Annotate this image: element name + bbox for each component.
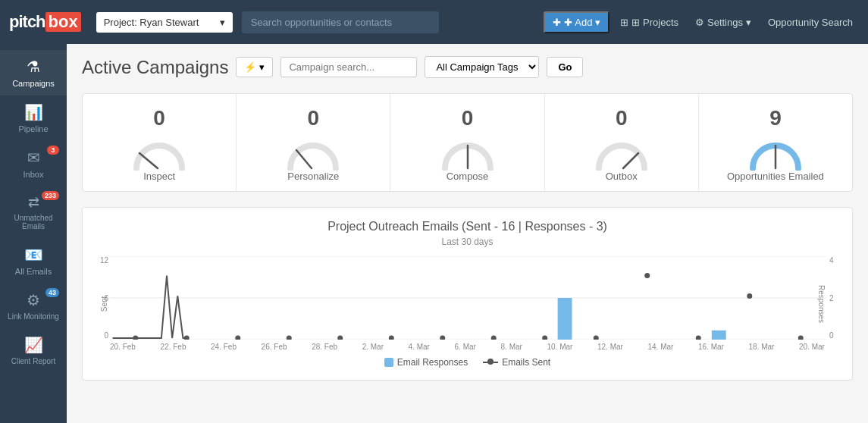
y-left-mid: 6 xyxy=(96,294,108,302)
dot-9 xyxy=(594,336,599,340)
stat-compose-label: Compose xyxy=(447,171,489,182)
chart-svg xyxy=(110,256,826,340)
settings-caret-icon: ▾ xyxy=(746,17,751,28)
sidebar-item-all-emails[interactable]: 📧 All Emails xyxy=(0,238,67,284)
sidebar: ⚗ Campaigns 📊 Pipeline 3 ✉ Inbox 233 ⇄ U… xyxy=(0,44,67,423)
outbox-gauge xyxy=(591,136,652,171)
dot-3 xyxy=(287,336,292,340)
bar-10mar xyxy=(558,298,572,340)
legend-email-responses: Email Responses xyxy=(384,357,468,368)
chart-title: Project Outreach Emails (Sent - 16 | Res… xyxy=(95,220,840,233)
stat-compose-number: 0 xyxy=(462,106,474,130)
dot-4 xyxy=(337,336,343,340)
sidebar-item-client-report[interactable]: 📈 Client Report xyxy=(0,328,67,373)
add-label: ✚ Add xyxy=(564,17,592,28)
dot-13 xyxy=(798,336,804,340)
campaigns-icon: ⚗ xyxy=(27,58,40,76)
dot-10 xyxy=(644,273,650,278)
projects-button[interactable]: ⊞ ⊞ Projects xyxy=(614,13,685,32)
x-label-2: 24. Feb xyxy=(211,343,237,351)
stat-opps-label: Opportunities Emailed xyxy=(727,171,824,182)
unmatched-icon: ⇄ xyxy=(28,194,39,211)
dot-0 xyxy=(133,336,138,340)
campaign-search-input[interactable] xyxy=(280,57,417,77)
emails-sent-line xyxy=(113,276,185,339)
dot-5 xyxy=(389,336,394,340)
dot-7 xyxy=(491,336,497,340)
stat-outbox-number: 0 xyxy=(616,106,628,130)
logo: pitch box xyxy=(9,12,81,32)
x-label-12: 16. Mar xyxy=(698,343,724,351)
project-label: Project: Ryan Stewart xyxy=(104,17,199,28)
x-label-11: 14. Mar xyxy=(648,343,674,351)
sidebar-item-link-monitoring[interactable]: 43 ⚙ Link Monitoring xyxy=(0,284,67,328)
sidebar-label-all-emails: All Emails xyxy=(15,267,52,276)
all-emails-icon: 📧 xyxy=(24,246,43,264)
x-label-5: 2. Mar xyxy=(362,343,384,351)
legend-emails-sent-label: Emails Sent xyxy=(502,357,550,368)
x-label-14: 20. Mar xyxy=(799,343,825,351)
settings-button[interactable]: ⚙ Settings ▾ xyxy=(689,13,757,32)
opportunity-search-button[interactable]: Opportunity Search xyxy=(762,13,859,32)
opportunity-search-label: Opportunity Search xyxy=(768,17,853,28)
x-label-0: 20. Feb xyxy=(110,343,136,351)
inspect-gauge xyxy=(129,136,190,171)
sidebar-label-pipeline: Pipeline xyxy=(18,124,48,133)
add-caret-icon: ▾ xyxy=(595,17,600,28)
legend-bar-icon xyxy=(384,358,393,367)
y-left-bot: 0 xyxy=(96,331,108,340)
stat-inspect-label: Inspect xyxy=(143,171,175,182)
gear-icon: ⚙ xyxy=(695,17,704,28)
personalize-gauge xyxy=(283,136,343,171)
x-label-9: 10. Mar xyxy=(547,343,572,351)
sidebar-item-inbox[interactable]: 3 ✉ Inbox xyxy=(0,141,67,186)
main-content: Active Campaigns ⚡ ▾ All Campaign Tags G… xyxy=(67,44,868,423)
filter-button[interactable]: ⚡ ▾ xyxy=(236,57,273,77)
svg-line-1 xyxy=(296,150,312,168)
sidebar-item-pipeline[interactable]: 📊 Pipeline xyxy=(0,96,67,141)
dot-12 xyxy=(747,293,752,299)
add-button[interactable]: ✚ ✚ Add ▾ xyxy=(544,11,609,33)
stats-row: 0 Inspect 0 Personalize 0 Compose xyxy=(82,93,853,192)
compose-gauge xyxy=(437,136,498,171)
opps-gauge xyxy=(745,136,806,171)
topnav: pitch box Project: Ryan Stewart ▾ ✚ ✚ Ad… xyxy=(0,0,868,44)
sidebar-item-unmatched[interactable]: 233 ⇄ Unmatched Emails xyxy=(0,186,67,238)
sidebar-label-campaigns: Campaigns xyxy=(12,79,55,88)
sidebar-label-link-monitoring: Link Monitoring xyxy=(8,312,59,321)
project-select[interactable]: Project: Ryan Stewart ▾ xyxy=(96,12,233,33)
sidebar-item-campaigns[interactable]: ⚗ Campaigns xyxy=(0,50,67,96)
dot-2 xyxy=(235,336,240,340)
campaign-tag-select[interactable]: All Campaign Tags xyxy=(425,56,539,78)
logo-box: box xyxy=(45,12,81,32)
dot-11 xyxy=(696,336,701,340)
x-label-6: 4. Mar xyxy=(409,343,430,351)
stat-compose: 0 Compose xyxy=(390,94,544,191)
link-monitoring-icon: ⚙ xyxy=(27,291,40,309)
go-button[interactable]: Go xyxy=(547,57,583,77)
chart-subtitle: Last 30 days xyxy=(95,237,840,247)
svg-line-0 xyxy=(139,153,158,168)
stat-outbox: 0 Outbox xyxy=(545,94,699,191)
chevron-down-icon: ▾ xyxy=(220,17,225,28)
x-label-10: 12. Mar xyxy=(597,343,623,351)
inbox-icon: ✉ xyxy=(27,149,40,167)
settings-label: Settings xyxy=(707,17,743,28)
link-monitoring-badge: 43 xyxy=(45,288,59,297)
stat-opps-number: 9 xyxy=(769,106,782,130)
x-label-13: 18. Mar xyxy=(749,343,775,351)
stat-opportunities-emailed: 9 Opportunities Emailed xyxy=(699,94,852,191)
grid-icon: ⊞ xyxy=(620,17,628,28)
y-right-bot: 0 xyxy=(829,331,841,340)
y-right-top: 4 xyxy=(829,256,841,265)
bar-16mar xyxy=(712,331,726,340)
inbox-badge: 3 xyxy=(47,146,59,155)
pipeline-icon: 📊 xyxy=(24,103,43,121)
page-title: Active Campaigns xyxy=(82,57,228,78)
x-label-4: 28. Feb xyxy=(312,343,337,351)
page-header: Active Campaigns ⚡ ▾ All Campaign Tags G… xyxy=(82,56,853,78)
search-input[interactable] xyxy=(242,11,439,33)
legend-line-icon xyxy=(483,362,498,363)
svg-line-3 xyxy=(623,153,638,168)
logo-pitch: pitch xyxy=(9,12,45,32)
